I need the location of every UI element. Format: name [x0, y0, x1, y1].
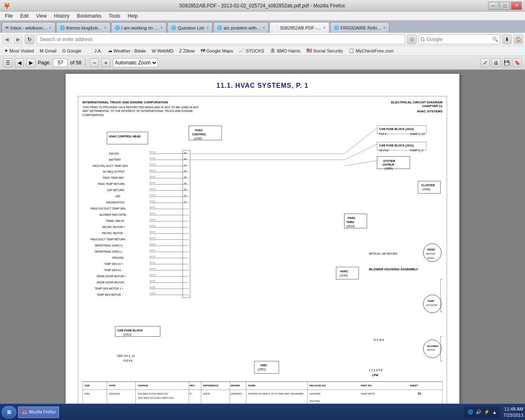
tab-close-0[interactable]: ×	[49, 25, 52, 30]
browser-tab-1[interactable]: 🌐thermo king&nb...×	[56, 22, 110, 33]
svg-text:A8: A8	[184, 158, 186, 160]
svg-rect-83	[150, 256, 155, 258]
menubar-item-file[interactable]: File	[2, 12, 16, 20]
svg-line-140	[345, 144, 377, 160]
bookmark-5[interactable]: WWebMD	[149, 48, 176, 54]
pdf-fullscreen-button[interactable]: ⤢	[481, 58, 490, 67]
bookmark-icon-4: ☁	[108, 48, 112, 53]
tab-close-6[interactable]: ×	[383, 25, 386, 30]
svg-text:HVAC: HVAC	[195, 128, 203, 131]
bookmark-0[interactable]: ★Most Visited	[2, 47, 37, 54]
home-button[interactable]: 🏠	[514, 34, 523, 44]
bookmark-6[interactable]: ZZillow	[177, 48, 197, 54]
tab-close-1[interactable]: ×	[104, 25, 107, 30]
download-button[interactable]: ⬇	[502, 34, 512, 44]
svg-text:REV: REV	[189, 384, 194, 387]
tab-close-4[interactable]: ×	[263, 25, 265, 30]
tray-arrow-icon[interactable]: ▲	[492, 410, 497, 415]
svg-text:A1: A1	[184, 201, 186, 203]
svg-text:TEMP: TEMP	[427, 299, 434, 302]
bookmark-icon-2: G	[62, 48, 66, 53]
svg-text:UDD0XP3: UDD0XP3	[231, 393, 242, 395]
menubar-item-help[interactable]: Help	[124, 12, 141, 20]
chapter-label: CHAPTER 11	[391, 104, 443, 108]
bookmark-11[interactable]: 📋MyCheckFree.com	[346, 47, 396, 54]
pdf-zoom-out-button[interactable]: −	[90, 58, 99, 67]
svg-rect-66	[150, 151, 155, 154]
search-input[interactable]	[427, 37, 491, 42]
back-button[interactable]: ◀	[2, 34, 11, 44]
titlebar: 🦊 S082852AB.PDF - 2013-02-02_025724_s082…	[0, 0, 525, 11]
svg-text:BATTERY: BATTERY	[109, 158, 121, 161]
pdf-zoom-in-button[interactable]: +	[101, 58, 110, 67]
bookmark-8[interactable]: 📈STOCKS	[236, 47, 267, 54]
browser-tab-3[interactable]: 🌐Question List×	[167, 22, 212, 33]
battery-icon: ⚡	[484, 409, 490, 415]
svg-text:OAT RETURN: OAT RETURN	[107, 189, 124, 192]
svg-text:TEMP SEN #2 +: TEMP SEN #2 +	[104, 262, 123, 265]
start-button[interactable]: ⊞ ⊞ Start	[2, 406, 16, 418]
bookmark-label-9: BMO Harris	[277, 48, 300, 53]
svg-rect-74	[150, 201, 155, 203]
close-button[interactable]: ✕	[511, 2, 522, 10]
pdf-zoom-select[interactable]: Automatic Zoom 50% 75% 100% 125% 150% 20…	[113, 58, 158, 67]
pdf-nav-prev-button[interactable]: ◀	[15, 58, 24, 67]
minimize-button[interactable]: ─	[488, 2, 499, 10]
bookmark-label-4: Weather - Bdale	[114, 48, 146, 53]
svg-text:PS2775H: PS2775H	[310, 400, 320, 402]
svg-text:42/43/44 SS 5500 & 73,74,7300 : 42/43/44 SS 5500 & 73,74,7300 CIRC DIAGR…	[248, 393, 304, 395]
svg-text:(1551): (1551)	[258, 368, 266, 371]
svg-text:DRAWN: DRAWN	[231, 384, 240, 387]
pdf-save-button[interactable]: 💾	[502, 58, 511, 67]
svg-text:CHK: CHK	[84, 384, 90, 387]
browser-tab-0[interactable]: ✉Inbox - wtolkson...×	[2, 22, 55, 33]
browser-tab-5[interactable]: 📄S082852AB.PDF -...×	[269, 22, 329, 33]
svg-text:F19 WAS F3;F10 WAS F22;: F19 WAS F3;F10 WAS F22;	[138, 393, 169, 395]
menubar-item-bookmarks[interactable]: Bookmarks	[73, 12, 105, 20]
svg-text:SHEET: SHEET	[410, 384, 418, 387]
tab-close-2[interactable]: ×	[160, 25, 163, 30]
diagram-container: INTERNATIONAL TRUCK AND ENGINE CORPORATI…	[78, 96, 447, 404]
pdf-nav-sidebar-button[interactable]: ☰	[3, 58, 12, 67]
browser-tab-2[interactable]: 🌐I am working on ...×	[111, 22, 167, 33]
pdf-print-button[interactable]: 🖨	[491, 58, 500, 67]
svg-text:PART NO.: PART NO.	[361, 384, 372, 387]
menubar-item-history[interactable]: History	[51, 12, 73, 20]
bookmark-2[interactable]: GGoogle	[60, 48, 84, 54]
maximize-button[interactable]: □	[500, 2, 510, 10]
bookmark-9[interactable]: 🏦BMO Harris	[267, 47, 303, 54]
tab-close-5[interactable]: ×	[323, 25, 326, 30]
bookmark-icon-0: ★	[4, 48, 8, 53]
svg-text:D: D	[189, 393, 192, 395]
browser-tab-6[interactable]: 🌐FRIGIDAIRE Refri...×	[330, 22, 389, 33]
bookmark-star-button[interactable]: ☆	[407, 34, 417, 44]
browser-tab-4[interactable]: 🌐a/c problem with...×	[213, 22, 269, 33]
bookmark-7[interactable]: 🗺Google Maps	[198, 48, 235, 54]
menubar-item-tools[interactable]: Tools	[105, 12, 123, 20]
svg-text:PASS TEMP REF: PASS TEMP REF	[103, 176, 124, 179]
diagram-title: ELECTRICAL CIRCUIT DIAGRAM	[391, 100, 443, 104]
svg-text:A9: A9	[184, 151, 186, 154]
bookmark-3[interactable]: 📄J.A.	[85, 47, 105, 54]
forward-button[interactable]: ▶	[13, 34, 23, 44]
address-bar-input[interactable]	[36, 34, 405, 44]
pdf-toolbar: ☰ ◀ ▶ Page: of 58 − + Automatic Zoom 50%…	[0, 56, 525, 70]
bookmark-1[interactable]: MGmail	[37, 48, 59, 54]
svg-rect-72	[150, 188, 155, 191]
pdf-nav-next-button[interactable]: ▶	[26, 58, 35, 67]
pdf-bookmark-button[interactable]: 🔖	[513, 58, 522, 67]
bookmark-4[interactable]: ☁Weather - Bdale	[105, 47, 148, 54]
svg-rect-12	[107, 132, 148, 144]
taskbar-firefox-item[interactable]: 🦊 Mozilla Firefox	[18, 406, 59, 418]
tab-close-3[interactable]: ×	[206, 25, 209, 30]
menubar-item-view[interactable]: View	[33, 12, 50, 20]
svg-text:MODE DOOR MOTOR +: MODE DOOR MOTOR +	[97, 275, 126, 278]
pdf-page-input[interactable]	[53, 59, 68, 67]
tab-favicon-5: 📄	[273, 25, 278, 30]
refresh-button[interactable]: ↻	[25, 34, 34, 44]
menubar-item-edit[interactable]: Edit	[17, 12, 32, 20]
corp-name: INTERNATIONAL TRUCK AND ENGINE CORPORATI…	[82, 100, 205, 105]
pdf-content[interactable]: 11.1. HVAC SYSTEMS, P. 1 INTERNATIONAL T…	[0, 70, 525, 404]
pdf-section-title: 11.1. HVAC SYSTEMS, P. 1	[78, 82, 447, 89]
bookmark-10[interactable]: 🇺🇸Social Security	[304, 47, 346, 54]
